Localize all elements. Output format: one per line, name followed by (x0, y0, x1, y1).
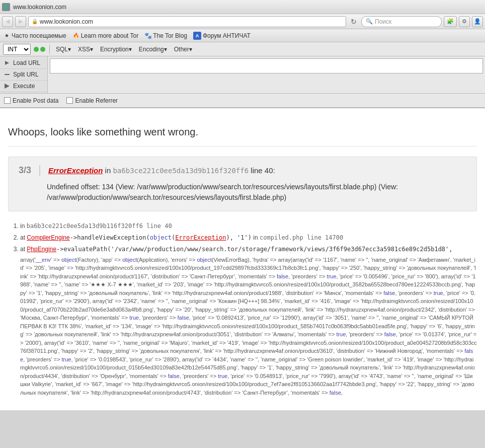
refresh-icon: ↻ (351, 18, 357, 26)
load-url-button[interactable]: Load URL (0, 57, 47, 69)
load-url-icon (4, 60, 10, 66)
error-counter: 3/3 (19, 165, 40, 176)
url-input-field[interactable] (50, 58, 483, 73)
stack-item-1-text: in ba6b3ce221c0ee5da13d9b116f320ff6 line… (20, 222, 172, 230)
menu-button[interactable]: ⚙ (459, 16, 470, 27)
browser-chrome: www.lookonion.com ◀ ▶ 🔒 www.lookonion.co… (0, 0, 485, 108)
error-box-header: 3/3 ErrorException in ba6b3ce221c0ee5da1… (19, 165, 466, 176)
enable-post-data-checkbox[interactable]: Enable Post data (4, 97, 58, 104)
error-exception: ErrorException (48, 166, 103, 175)
svg-marker-3 (5, 84, 10, 89)
encryption-button[interactable]: Encryption▾ (98, 45, 134, 54)
forward-icon: ▶ (19, 18, 23, 25)
stack-item-1: in ba6b3ce221c0ee5da13d9b116f320ff6 line… (20, 221, 477, 231)
stack-file-2: in compiled.php line 14700 (253, 234, 343, 241)
whoops-message: Whoops, looks like something went wrong. (8, 118, 477, 146)
profile-icon: 👤 (474, 18, 481, 25)
dot-green-2 (40, 47, 45, 52)
tor-fire-icon: 🔥 (72, 32, 79, 39)
error-box: 3/3 ErrorException in ba6b3ce221c0ee5da1… (8, 157, 477, 211)
refresh-button[interactable]: ↻ (348, 16, 359, 27)
checkboxes-bar: Enable Post data Enable Referrer (0, 94, 485, 108)
stack-class-3: PhpEngine (27, 246, 56, 253)
profile-button[interactable]: 👤 (472, 16, 483, 27)
stack-trace: in ba6b3ce221c0ee5da13d9b116f320ff6 line… (8, 221, 477, 397)
referrer-label: Enable Referrer (75, 97, 118, 104)
error-title: ErrorException in ba6b3ce221c0ee5da13d9b… (48, 166, 275, 175)
sql-button[interactable]: SQL▾ (54, 45, 73, 54)
extensions-button[interactable]: 🧩 (444, 16, 457, 27)
bookmark-frequent-label: Часто посещаемые (12, 32, 66, 39)
svg-rect-2 (5, 74, 10, 75)
stack-item-2-text: at CompilerEngine->handleViewException(o… (20, 234, 343, 241)
bookmark-frequent[interactable]: ★ Часто посещаемые (3, 32, 66, 39)
error-message: Undefined offset: 134 (View: /var/www/pr… (19, 182, 466, 203)
post-data-label: Enable Post data (13, 97, 58, 104)
enable-referrer-checkbox[interactable]: Enable Referrer (66, 97, 118, 104)
puzzle-icon: 🧩 (447, 18, 454, 25)
bookmark-antychat[interactable]: A Форум АНТИЧАТ (193, 32, 251, 40)
url-tools-bar: Load URL Split URL Execute (0, 56, 485, 94)
dot-green-1 (34, 47, 39, 52)
lock-icon: 🔒 (32, 19, 38, 24)
search-icon: 🔍 (366, 18, 373, 25)
error-hash: ba6b3ce221c0ee5da13d9b116f320ff6 (113, 167, 249, 175)
execute-button[interactable]: Execute (0, 81, 47, 92)
execute-icon (4, 83, 10, 89)
title-text: www.lookonion.com (13, 4, 66, 11)
referrer-checkbox-box (66, 97, 73, 104)
frequent-icon: ★ (3, 32, 10, 39)
address-bar[interactable]: 🔒 www.lookonion.com (28, 16, 346, 27)
stack-item-3-text: at PhpEngine->evaluatePath('/var/www/pro… (20, 246, 477, 397)
bookmark-learn-tor-label: Learn more about Tor (81, 32, 139, 39)
svg-marker-1 (5, 61, 9, 65)
stack-class-2: CompilerEngine (27, 234, 69, 241)
stack-item-3: at PhpEngine->evaluatePath('/var/www/pro… (20, 245, 477, 397)
bookmark-antychat-label: Форум АНТИЧАТ (203, 32, 251, 39)
encoding-button[interactable]: Encoding▾ (137, 45, 169, 54)
nav-bar: ◀ ▶ 🔒 www.lookonion.com ↻ 🔍 Поиск 🧩 ⚙ 👤 (0, 14, 485, 29)
stack-method-2: ->handleViewException(object(ErrorExcept… (70, 234, 252, 241)
bookmark-tor-blog[interactable]: 🐾 The Tor Blog (144, 32, 187, 39)
stack-file-1: ba6b3ce221c0ee5da13d9b116f320ff6 line 40 (27, 222, 172, 230)
menu-icon: ⚙ (462, 18, 467, 25)
search-bar[interactable]: 🔍 Поиск (361, 16, 442, 27)
stack-trace-list: in ba6b3ce221c0ee5da13d9b116f320ff6 line… (8, 221, 477, 397)
other-button[interactable]: Other▾ (172, 45, 194, 54)
title-bar: www.lookonion.com (0, 0, 485, 14)
toolbar-1: INT SQL▾ XSS▾ Encryption▾ Encoding▾ Othe… (0, 42, 485, 56)
bookmark-learn-tor[interactable]: 🔥 Learn more about Tor (72, 32, 139, 39)
content-area: Whoops, looks like something went wrong.… (0, 108, 485, 410)
tor-paw-icon: 🐾 (144, 32, 151, 39)
stack-method-3: ->evaluatePath('/var/www/production/www/… (56, 246, 452, 253)
status-dots (34, 47, 45, 52)
url-tools-sidebar: Load URL Split URL Execute (0, 56, 48, 93)
post-data-checkbox-box (4, 97, 11, 104)
stack-data-3: array('__env' => object(Factory), 'app' … (20, 256, 477, 397)
split-url-button[interactable]: Split URL (0, 69, 47, 81)
bookmarks-bar: ★ Часто посещаемые 🔥 Learn more about To… (0, 29, 485, 42)
stack-item-2: at CompilerEngine->handleViewException(o… (20, 233, 477, 243)
error-line-text: line 40: (251, 166, 275, 175)
address-text: www.lookonion.com (40, 18, 343, 25)
search-placeholder: Поиск (375, 18, 391, 25)
back-icon: ◀ (6, 18, 10, 25)
split-url-icon (4, 71, 10, 78)
antychat-icon: A (193, 32, 201, 40)
int-select[interactable]: INT (3, 44, 31, 55)
svg-point-0 (4, 5, 9, 10)
xss-button[interactable]: XSS▾ (76, 45, 95, 54)
bookmark-tor-blog-label: The Tor Blog (153, 32, 187, 39)
execute-label: Execute (13, 83, 35, 90)
separator-1 (49, 45, 50, 54)
browser-icon (2, 3, 10, 11)
error-in: in (105, 166, 113, 175)
split-url-label: Split URL (13, 71, 39, 78)
back-button[interactable]: ◀ (2, 16, 13, 27)
url-input-area (48, 56, 485, 93)
forward-button[interactable]: ▶ (15, 16, 26, 27)
load-url-label: Load URL (13, 59, 40, 66)
